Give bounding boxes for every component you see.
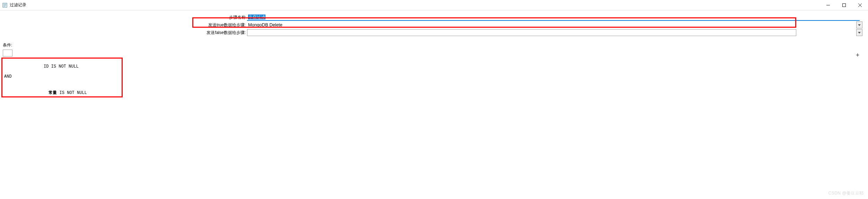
- step-name-label: 步骤名称: [3, 15, 247, 20]
- watermark: CSDN @姜豆豆耶: [828, 190, 864, 196]
- condition-line-1: ID IS NOT NULL: [44, 64, 79, 69]
- close-button[interactable]: [852, 0, 868, 10]
- app-icon: [2, 2, 8, 8]
- step-name-input[interactable]: 非空过滤: [247, 14, 860, 21]
- condition-line-2-field: 常量: [49, 90, 57, 95]
- true-step-input[interactable]: MongoDB Delete: [247, 22, 602, 28]
- condition-operator: AND: [4, 74, 12, 79]
- svg-marker-9: [858, 32, 861, 34]
- maximize-button[interactable]: [836, 0, 852, 10]
- condition-line-2-rest: IS NOT NULL: [57, 90, 87, 95]
- condition-field-box[interactable]: [3, 50, 12, 57]
- false-step-label: 发送false数据给步骤:: [3, 30, 247, 36]
- condition-line-2: 常量 IS NOT NULL: [44, 85, 87, 96]
- true-step-label: 发送true数据给步骤:: [3, 22, 247, 28]
- step-name-value: 非空过滤: [248, 15, 265, 19]
- true-step-dropdown-icon[interactable]: [856, 21, 862, 28]
- conditions-label: 条件:: [3, 42, 865, 48]
- false-step-dropdown-icon[interactable]: [856, 29, 862, 36]
- minimize-button[interactable]: [820, 0, 836, 10]
- plus-icon: +: [856, 52, 860, 59]
- false-step-input[interactable]: [247, 29, 796, 36]
- true-step-value: MongoDB Delete: [248, 22, 282, 27]
- svg-rect-5: [843, 3, 846, 7]
- svg-marker-8: [858, 24, 861, 26]
- add-condition-button[interactable]: +: [854, 52, 861, 59]
- window-title: 过滤记录: [10, 2, 26, 8]
